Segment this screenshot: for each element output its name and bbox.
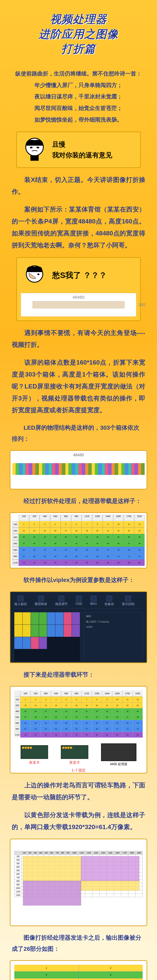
sw-toolbar-item[interactable]: 显示控制 xyxy=(122,596,135,606)
led-cell xyxy=(35,463,39,475)
proc-cell: 42 xyxy=(71,540,82,547)
led-cell xyxy=(29,463,32,475)
ring-cell: 79 xyxy=(82,732,92,738)
ring-cell: 38 xyxy=(30,714,41,720)
ring-cell: 80 xyxy=(92,732,102,738)
poem-l4: 如梦悦惚惊坐起，帘外细雨洗表肠。 xyxy=(8,114,149,126)
ring-cell: 15 xyxy=(41,702,51,708)
sw-canvas-cell xyxy=(39,649,47,661)
ring-diagram-box: 1603204806408009601120128014401600176019… xyxy=(10,686,147,773)
ring-cell: 13 xyxy=(21,702,30,708)
sw-canvas-cell xyxy=(55,637,63,649)
sw-toolbar-item[interactable]: 输入裁切 xyxy=(14,596,27,606)
ring-cell: 29 xyxy=(61,708,71,714)
led-cell xyxy=(32,463,35,475)
sw-canvas-cell xyxy=(64,625,72,637)
proc-cell: 28 xyxy=(50,534,61,540)
meme-1-text: 且慢 我对你装的逼有意见 xyxy=(52,139,112,160)
proc-cell: 25 xyxy=(19,534,29,540)
ring-grid: 1603204806408009601120128014401600176019… xyxy=(14,690,143,738)
sw-toolbar-item[interactable]: OSD xyxy=(75,596,82,606)
ring-cell: 84 xyxy=(133,732,143,738)
load-zone xyxy=(81,881,139,891)
proc-cell: 71 xyxy=(124,553,134,560)
ring-cell: 11 xyxy=(122,697,133,702)
proc-cell: 40 xyxy=(50,540,61,547)
ring-cell: 19 xyxy=(82,702,92,708)
ring-cell: 72 xyxy=(133,726,143,732)
toolbar-icon xyxy=(107,596,112,601)
sw-canvas-cell xyxy=(72,637,80,649)
sw-toolbar-item[interactable]: 画质调节 xyxy=(55,596,68,606)
proc-cell: 32 xyxy=(92,534,103,540)
para-6: 以黄色部分发送卡带载为例，连线是这样子的，单网口最大带载1920*320=61.… xyxy=(12,809,145,833)
sw-canvas-cell xyxy=(14,612,22,624)
proc-cell: 83 xyxy=(124,560,134,566)
sw-canvas-cell xyxy=(39,625,47,637)
led-cell xyxy=(141,463,145,475)
sw-toolbar-item[interactable]: BKG xyxy=(90,596,97,606)
tall-cell: 4 xyxy=(79,972,143,978)
ring-cell: 67 xyxy=(82,726,92,732)
tall-cell: 3 xyxy=(14,972,78,978)
ring-cell: 30 xyxy=(71,708,82,714)
led-cell xyxy=(128,463,131,475)
sw-canvas-cell xyxy=(31,637,39,649)
ring-cell: 78 xyxy=(71,732,82,738)
dim-height: 160 xyxy=(138,302,146,307)
sw-canvas-cell xyxy=(72,612,80,624)
proc-cell: 13 xyxy=(19,528,29,534)
proc-cell: 38 xyxy=(29,540,40,547)
ring-cell: 82 xyxy=(112,732,122,738)
proc-cell: 63 xyxy=(40,553,50,560)
ring-cell: 48 xyxy=(133,714,143,720)
proc-cell: 4 xyxy=(50,521,61,527)
sender-card-2 xyxy=(61,745,88,759)
sw-toolbar-item[interactable]: 图层映射 xyxy=(35,596,47,606)
sw-sidebar-item: HDMI xyxy=(86,625,141,628)
svg-point-2 xyxy=(37,146,39,148)
sender-1-label: 发送卡 xyxy=(21,760,48,765)
26-part-grid: 1234567891011121314151617181920212223242… xyxy=(14,965,143,980)
proc-cell: 53 xyxy=(61,547,71,553)
proc-cell: 55 xyxy=(82,547,92,553)
tall-cell: 5 xyxy=(14,978,78,980)
sw-canvas-cell xyxy=(72,625,80,637)
proc-cell: 62 xyxy=(29,553,40,560)
tall-cell: 6 xyxy=(79,978,143,980)
sw-canvas-cell xyxy=(64,612,72,624)
ring-cell: 70 xyxy=(112,726,122,732)
sw-canvas-cell xyxy=(39,612,47,624)
ring-cell: 76 xyxy=(51,732,61,738)
ring-cell: 65 xyxy=(61,726,71,732)
proc-cell: 57 xyxy=(103,547,113,553)
caption-sw: 软件操作以viplex为例设置参数是这样子： xyxy=(12,574,145,585)
ring-cell: 9 xyxy=(102,697,112,702)
led-cell xyxy=(62,463,65,475)
title-line-1: 视频处理器 xyxy=(8,12,149,27)
led-cell xyxy=(131,463,135,475)
article-title: 视频处理器 进阶应用之图像 打折篇 xyxy=(8,12,149,56)
meme-2-title: 愁S我了 ？？？ xyxy=(52,270,107,281)
toolbar-icon xyxy=(125,596,131,601)
proc-cell: 31 xyxy=(82,534,92,540)
card-load-diagram: 1002003004005006007008009001000110012001… xyxy=(12,841,145,924)
led-cell xyxy=(122,463,125,475)
ring-cell: 73 xyxy=(21,732,30,738)
sw-canvas-cell xyxy=(22,649,30,661)
caption-ring: 接下来是处理器带载环节： xyxy=(12,669,145,680)
proc-cells: 1234567891011121314151617181920212223242… xyxy=(19,521,145,566)
proc-cell: 56 xyxy=(92,547,103,553)
para-5: 上边的操作对老鸟而言可谓轻车熟路，下面是需要动一动脑筋的环节了。 xyxy=(12,779,145,803)
proc-cell: 1 xyxy=(19,521,29,527)
sw-toolbar-item[interactable]: 热备份 xyxy=(104,596,114,606)
ring-cell: 20 xyxy=(92,702,102,708)
led-cell xyxy=(115,463,118,475)
proc-cell: 34 xyxy=(113,534,123,540)
led-cell xyxy=(105,463,108,475)
ring-cell: 24 xyxy=(133,702,143,708)
ring-cell: 32 xyxy=(92,708,102,714)
title-line-2: 进阶应用之图像 xyxy=(8,27,149,41)
processor-label: 4400 处理器 xyxy=(101,762,136,766)
proc-cell: 30 xyxy=(71,534,82,540)
